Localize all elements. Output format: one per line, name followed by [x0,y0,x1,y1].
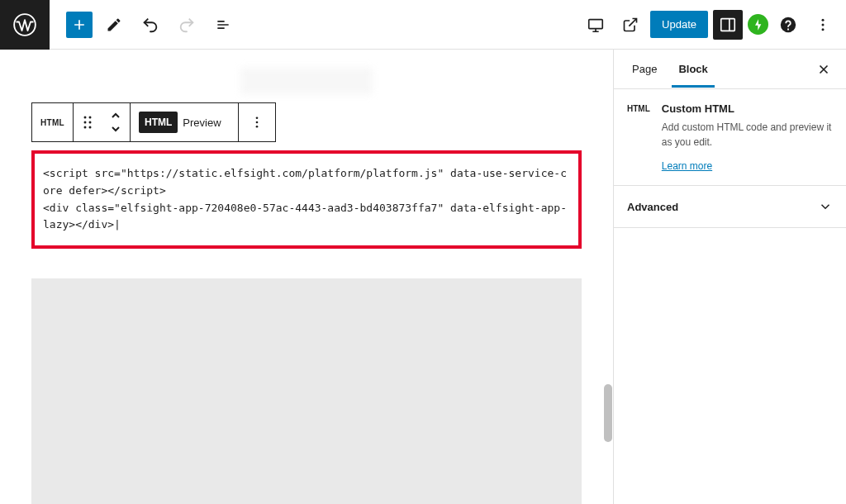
svg-point-7 [83,116,86,119]
svg-point-8 [88,116,91,119]
svg-point-11 [83,126,86,129]
undo-button[interactable] [135,10,165,40]
svg-point-10 [88,121,91,124]
svg-point-0 [14,14,36,36]
tab-block[interactable]: Block [672,51,714,87]
advanced-accordion[interactable]: Advanced [614,186,846,228]
preview-tab[interactable]: Preview [183,116,229,129]
svg-point-6 [822,28,825,31]
svg-rect-2 [721,18,735,31]
main: HTML HTML Preview [0,50,846,504]
help-button[interactable] [773,10,803,40]
svg-point-9 [83,121,86,124]
drag-handle[interactable] [74,103,102,141]
code-line: <div class="elfsight-app-720408e0-57ac-4… [43,202,567,231]
view-button[interactable] [581,10,611,40]
move-arrows [102,103,130,141]
code-line: <script src="https://static.elfsight.com… [43,167,567,197]
block-info-section: HTML Custom HTML Add custom HTML code an… [614,89,846,186]
sidebar-tabs: Page Block [614,50,846,89]
move-down-button[interactable] [110,122,121,136]
update-button[interactable]: Update [650,11,708,38]
scrollbar[interactable] [603,50,613,504]
jetpack-icon[interactable] [748,14,768,35]
block-toolbar: HTML HTML Preview [31,102,276,142]
svg-rect-1 [589,19,603,28]
block-info-icon: HTML [627,102,650,172]
move-up-button[interactable] [110,109,121,122]
svg-point-15 [255,126,258,128]
editor-canvas: HTML HTML Preview [0,50,613,504]
placeholder-block[interactable] [31,278,582,504]
tab-page[interactable]: Page [625,51,663,87]
block-info-desc: Add custom HTML code and preview it as y… [662,120,833,150]
edit-mode-button[interactable] [99,10,129,40]
svg-point-5 [822,23,825,26]
svg-point-4 [822,18,825,21]
topbar: Update [0,0,846,50]
topbar-right: Update [581,10,846,40]
add-block-button[interactable] [66,12,93,38]
learn-more-link[interactable]: Learn more [662,160,712,172]
html-edit-tab[interactable]: HTML Preview [131,103,238,141]
block-more-button[interactable] [239,103,275,141]
document-outline-button[interactable] [208,10,238,40]
sidebar: Page Block HTML Custom HTML Add custom H… [613,50,846,504]
advanced-label: Advanced [627,201,678,213]
svg-point-13 [255,116,258,119]
redo-button[interactable] [172,10,202,40]
custom-html-textarea[interactable]: <script src="https://static.elfsight.com… [31,150,582,249]
settings-sidebar-toggle[interactable] [713,10,743,40]
more-menu-button[interactable] [808,10,838,40]
post-title-placeholder[interactable] [240,68,373,94]
topbar-left [50,10,238,40]
scrollbar-thumb[interactable] [604,384,612,442]
svg-point-14 [255,121,258,124]
block-info-title: Custom HTML [662,102,833,115]
wordpress-logo[interactable] [0,0,50,50]
external-link-button[interactable] [615,10,645,40]
block-type-icon[interactable]: HTML [32,103,73,141]
svg-point-12 [88,126,91,129]
close-sidebar-button[interactable] [813,59,834,80]
